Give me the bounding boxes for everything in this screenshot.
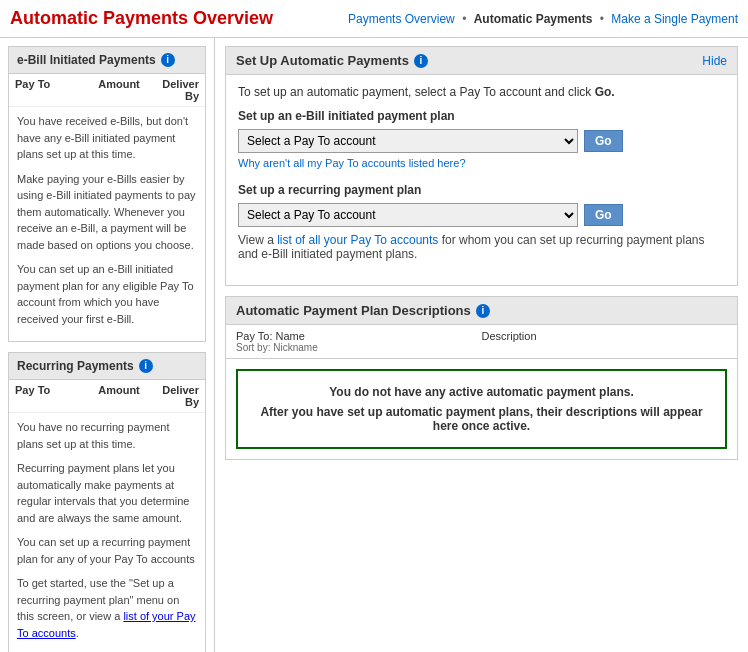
- page-title: Automatic Payments Overview: [10, 8, 273, 29]
- desc-col-name: Pay To: Name Sort by: Nickname: [236, 330, 482, 353]
- recurring-section: Recurring Payments i Pay To Amount Deliv…: [8, 352, 206, 652]
- ebill-section: e-Bill Initiated Payments i Pay To Amoun…: [8, 46, 206, 342]
- hide-link[interactable]: Hide: [702, 54, 727, 68]
- sidebar: e-Bill Initiated Payments i Pay To Amoun…: [0, 38, 215, 652]
- ebill-plan-subsection: Set up an e-Bill initiated payment plan …: [238, 109, 725, 169]
- desc-col-name-sort: Sort by: Nickname: [236, 342, 482, 353]
- recurring-para1: You have no recurring payment plans set …: [17, 419, 197, 452]
- recurring-col-deliver: Deliver By: [149, 384, 199, 408]
- desc-col-desc: Description: [482, 330, 728, 353]
- recurring-section-title: Recurring Payments: [17, 359, 134, 373]
- view-text-pre: View a: [238, 233, 277, 247]
- recurring-select-row: Select a Pay To account Go: [238, 203, 725, 227]
- ebill-col-payto: Pay To: [15, 78, 89, 102]
- recurring-table-header: Pay To Amount Deliver By: [9, 380, 205, 413]
- setup-intro-text: To set up an automatic payment, select a…: [238, 85, 591, 99]
- setup-body: To set up an automatic payment, select a…: [226, 75, 737, 285]
- ebill-select-row: Select a Pay To account Go: [238, 129, 725, 153]
- ebill-section-title: e-Bill Initiated Payments: [17, 53, 156, 67]
- setup-header-left: Set Up Automatic Payments i: [236, 53, 428, 68]
- setup-section: Set Up Automatic Payments i Hide To set …: [225, 46, 738, 286]
- ebill-content: You have received e-Bills, but don't hav…: [9, 107, 205, 341]
- ebill-plan-title: Set up an e-Bill initiated payment plan: [238, 109, 725, 123]
- recurring-plan-subsection: Set up a recurring payment plan Select a…: [238, 183, 725, 261]
- recurring-col-payto: Pay To: [15, 384, 89, 408]
- no-plans-box: You do not have any active automatic pay…: [236, 369, 727, 449]
- desc-header: Automatic Payment Plan Descriptions i: [226, 297, 737, 325]
- desc-title: Automatic Payment Plan Descriptions: [236, 303, 471, 318]
- ebill-para1: You have received e-Bills, but don't hav…: [17, 113, 197, 163]
- recurring-payto-select[interactable]: Select a Pay To account: [238, 203, 578, 227]
- no-plans-line1: You do not have any active automatic pay…: [248, 385, 715, 399]
- breadcrumb-sep2: •: [600, 12, 604, 26]
- desc-info-icon[interactable]: i: [476, 304, 490, 318]
- recurring-col-amount: Amount: [89, 384, 149, 408]
- desc-table-header: Pay To: Name Sort by: Nickname Descripti…: [226, 325, 737, 359]
- ebill-col-deliver: Deliver By: [149, 78, 199, 102]
- ebill-para2: Make paying your e-Bills easier by using…: [17, 171, 197, 254]
- recurring-view-text: View a list of all your Pay To accounts …: [238, 233, 725, 261]
- main-layout: e-Bill Initiated Payments i Pay To Amoun…: [0, 38, 748, 652]
- breadcrumb-automatic-payments: Automatic Payments: [474, 12, 593, 26]
- recurring-go-button[interactable]: Go: [584, 204, 623, 226]
- breadcrumb-sep1: •: [462, 12, 466, 26]
- ebill-payto-select[interactable]: Select a Pay To account: [238, 129, 578, 153]
- recurring-section-header: Recurring Payments i: [9, 353, 205, 380]
- desc-col-name-label: Pay To: Name: [236, 330, 305, 342]
- breadcrumb-make-single[interactable]: Make a Single Payment: [611, 12, 738, 26]
- setup-header: Set Up Automatic Payments i Hide: [226, 47, 737, 75]
- content-area: Set Up Automatic Payments i Hide To set …: [215, 38, 748, 652]
- ebill-info-icon[interactable]: i: [161, 53, 175, 67]
- why-link[interactable]: Why aren't all my Pay To accounts listed…: [238, 157, 725, 169]
- setup-title: Set Up Automatic Payments: [236, 53, 409, 68]
- setup-info-icon[interactable]: i: [414, 54, 428, 68]
- no-plans-line2: After you have set up automatic payment …: [248, 405, 715, 433]
- ebill-go-button[interactable]: Go: [584, 130, 623, 152]
- breadcrumb-payments-overview[interactable]: Payments Overview: [348, 12, 455, 26]
- setup-intro-go: Go.: [595, 85, 615, 99]
- ebill-section-header: e-Bill Initiated Payments i: [9, 47, 205, 74]
- recurring-para4: To get started, use the "Set up a recurr…: [17, 575, 197, 641]
- ebill-col-amount: Amount: [89, 78, 149, 102]
- ebill-table-header: Pay To Amount Deliver By: [9, 74, 205, 107]
- desc-table: Pay To: Name Sort by: Nickname Descripti…: [226, 325, 737, 449]
- recurring-content: You have no recurring payment plans set …: [9, 413, 205, 652]
- recurring-para3: You can set up a recurring payment plan …: [17, 534, 197, 567]
- recurring-para2: Recurring payment plans let you automati…: [17, 460, 197, 526]
- all-payto-link[interactable]: list of all your Pay To accounts: [277, 233, 438, 247]
- desc-section: Automatic Payment Plan Descriptions i Pa…: [225, 296, 738, 460]
- ebill-para3: You can set up an e-Bill initiated payme…: [17, 261, 197, 327]
- recurring-plan-title: Set up a recurring payment plan: [238, 183, 725, 197]
- breadcrumb: Payments Overview • Automatic Payments •…: [348, 12, 738, 26]
- recurring-para4-end: .: [76, 627, 79, 639]
- top-nav: Automatic Payments Overview Payments Ove…: [0, 0, 748, 38]
- setup-intro: To set up an automatic payment, select a…: [238, 85, 725, 99]
- recurring-info-icon[interactable]: i: [139, 359, 153, 373]
